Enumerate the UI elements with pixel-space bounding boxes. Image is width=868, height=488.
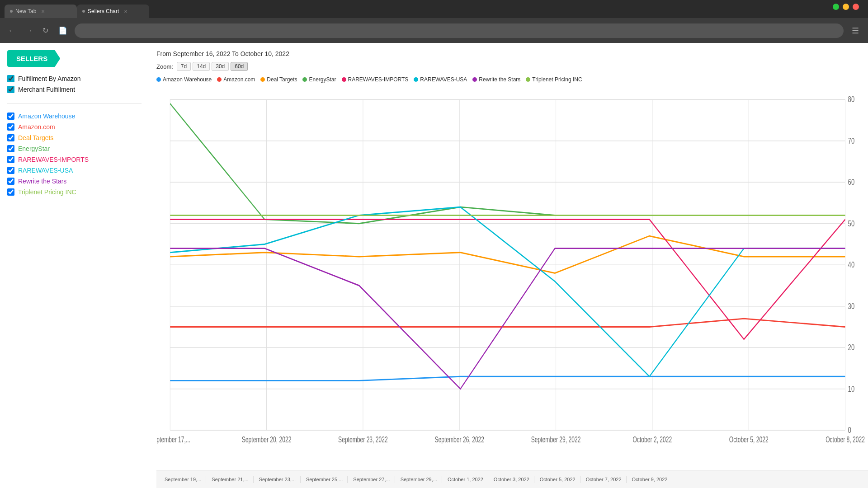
seller-item[interactable]: Deal Targets xyxy=(7,134,142,141)
seller-checkbox[interactable] xyxy=(7,113,14,120)
seller-checkbox[interactable] xyxy=(7,156,14,163)
traffic-light-yellow[interactable] xyxy=(843,4,849,10)
mini-nav-item: September 29,... xyxy=(396,476,442,483)
seller-checkbox[interactable] xyxy=(7,188,14,196)
chart-svg: 80706050403020100September 17,...Septemb… xyxy=(156,86,868,470)
legend-dot xyxy=(217,77,222,82)
mini-nav-item: October 7, 2022 xyxy=(581,476,627,483)
svg-text:0: 0 xyxy=(848,425,851,435)
legend-dot xyxy=(526,77,530,82)
svg-text:October 5, 2022: October 5, 2022 xyxy=(729,435,769,444)
tab-active[interactable]: Sellers Chart ✕ xyxy=(77,5,149,18)
tab-bar: New Tab ✕ Sellers Chart ✕ xyxy=(0,0,868,18)
fulfillment-fba-row: Fulfillment By Amazon xyxy=(7,75,142,82)
mini-nav-item: September 27,... xyxy=(349,476,395,483)
mini-nav-item: October 3, 2022 xyxy=(489,476,534,483)
svg-text:September 20, 2022: September 20, 2022 xyxy=(242,435,292,444)
tab-new-label: New Tab xyxy=(15,8,36,14)
address-bar[interactable] xyxy=(75,23,844,38)
seller-name: Deal Targets xyxy=(18,134,53,141)
traffic-lights xyxy=(833,4,859,10)
svg-text:September 29, 2022: September 29, 2022 xyxy=(531,435,581,444)
svg-text:70: 70 xyxy=(848,136,855,145)
svg-text:September 23, 2022: September 23, 2022 xyxy=(338,435,388,444)
seller-name: RAREWAVES-IMPORTS xyxy=(18,156,89,163)
zoom-14d[interactable]: 14d xyxy=(193,62,210,71)
svg-text:September 17,...: September 17,... xyxy=(156,435,190,444)
seller-item[interactable]: RAREWAVES-IMPORTS xyxy=(7,156,142,163)
legend-dot xyxy=(414,77,418,82)
legend-label: Amazon Warehouse xyxy=(163,76,212,83)
seller-item[interactable]: RAREWAVES-USA xyxy=(7,167,142,174)
legend-label: RAREWAVES-USA xyxy=(420,76,467,83)
mini-nav-item: October 9, 2022 xyxy=(627,476,673,483)
seller-name: Rewrite the Stars xyxy=(18,178,66,185)
seller-checkbox[interactable] xyxy=(7,123,14,131)
seller-item[interactable]: Rewrite the Stars xyxy=(7,178,142,185)
legend-label: Rewrite the Stars xyxy=(479,76,520,83)
reload-button[interactable]: ↻ xyxy=(40,24,51,37)
seller-checkbox[interactable] xyxy=(7,167,14,174)
tab-active-close[interactable]: ✕ xyxy=(123,8,129,14)
seller-name: Triplenet Pricing INC xyxy=(18,188,76,196)
legend-label: RAREWAVES-IMPORTS xyxy=(348,76,409,83)
seller-name: EnergyStar xyxy=(18,145,50,152)
fulfillment-merchant-label: Merchant Fulfillment xyxy=(18,86,75,93)
fulfillment-merchant-checkbox[interactable] xyxy=(7,86,14,93)
mini-nav-item: September 21,... xyxy=(207,476,253,483)
forward-button[interactable]: → xyxy=(23,25,35,37)
seller-item[interactable]: EnergyStar xyxy=(7,145,142,152)
svg-text:October 2, 2022: October 2, 2022 xyxy=(633,435,672,444)
nav-bar: ← → ↻ 📄 ☰ xyxy=(0,18,868,43)
legend-item: Triplenet Pricing INC xyxy=(526,76,582,83)
seller-name: Amazon Warehouse xyxy=(18,113,75,120)
main-content: SELLERS Fulfillment By Amazon Merchant F… xyxy=(0,43,868,488)
zoom-7d[interactable]: 7d xyxy=(177,62,191,71)
zoom-30d[interactable]: 30d xyxy=(212,62,229,71)
fulfillment-merchant-row: Merchant Fulfillment xyxy=(7,86,142,93)
svg-text:60: 60 xyxy=(848,177,855,187)
legend-dot xyxy=(302,77,307,82)
legend-dot xyxy=(260,77,265,82)
chart-container: 80706050403020100September 17,...Septemb… xyxy=(156,86,868,470)
zoom-60d[interactable]: 60d xyxy=(231,62,248,71)
traffic-light-red[interactable] xyxy=(853,4,859,10)
svg-text:80: 80 xyxy=(848,94,855,104)
legend-label: EnergyStar xyxy=(309,76,336,83)
svg-text:October 8, 2022: October 8, 2022 xyxy=(826,435,865,444)
mini-navigator[interactable]: September 19,...September 21,...Septembe… xyxy=(156,470,868,488)
home-button[interactable]: 📄 xyxy=(56,24,70,37)
legend-dot xyxy=(342,77,346,82)
seller-item[interactable]: Amazon.com xyxy=(7,123,142,131)
mini-nav-item: September 25,... xyxy=(302,476,348,483)
legend-label: Triplenet Pricing INC xyxy=(532,76,582,83)
chart-area: From September 16, 2022 To October 10, 2… xyxy=(149,43,868,488)
date-range: From September 16, 2022 To October 10, 2… xyxy=(156,50,868,57)
seller-checkbox[interactable] xyxy=(7,145,14,152)
legend-label: Deal Targets xyxy=(267,76,297,83)
tab-new[interactable]: New Tab ✕ xyxy=(5,5,77,18)
menu-button[interactable]: ☰ xyxy=(848,24,863,38)
seller-item[interactable]: Amazon Warehouse xyxy=(7,113,142,120)
sellers-button[interactable]: SELLERS xyxy=(7,50,60,67)
seller-item[interactable]: Triplenet Pricing INC xyxy=(7,188,142,196)
svg-text:10: 10 xyxy=(848,384,855,393)
mini-nav-item: September 23,... xyxy=(255,476,301,483)
fulfillment-fba-label: Fulfillment By Amazon xyxy=(18,75,81,82)
traffic-light-green[interactable] xyxy=(833,4,839,10)
legend-item: RAREWAVES-USA xyxy=(414,76,467,83)
seller-name: Amazon.com xyxy=(18,123,55,131)
tab-active-label: Sellers Chart xyxy=(88,8,119,14)
svg-text:September 26, 2022: September 26, 2022 xyxy=(434,435,484,444)
fulfillment-section: Fulfillment By Amazon Merchant Fulfillme… xyxy=(7,75,142,103)
sidebar: SELLERS Fulfillment By Amazon Merchant F… xyxy=(0,43,149,488)
chart-legend: Amazon Warehouse Amazon.com Deal Targets… xyxy=(156,76,868,83)
seller-checkbox[interactable] xyxy=(7,178,14,185)
fulfillment-fba-checkbox[interactable] xyxy=(7,75,14,82)
tab-new-close[interactable]: ✕ xyxy=(40,8,46,14)
back-button[interactable]: ← xyxy=(5,25,18,37)
seller-list: Amazon Warehouse Amazon.com Deal Targets… xyxy=(7,113,142,196)
seller-name: RAREWAVES-USA xyxy=(18,167,73,174)
svg-text:20: 20 xyxy=(848,343,855,352)
seller-checkbox[interactable] xyxy=(7,134,14,141)
